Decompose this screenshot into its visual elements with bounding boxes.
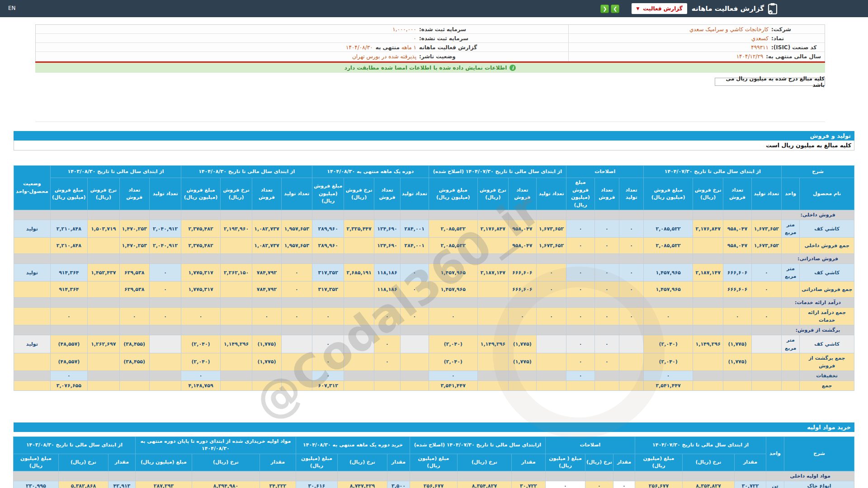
header-sub: مبلغ فروش (میلیون ریال) bbox=[429, 178, 478, 210]
value-cell: ۰ bbox=[401, 282, 429, 298]
next-report-button[interactable]: ❯ bbox=[611, 5, 619, 13]
value-cell: ۱,۱۴۹,۲۹۶ bbox=[220, 335, 252, 353]
value-cell bbox=[220, 282, 252, 298]
value-cell bbox=[693, 371, 723, 380]
cell bbox=[478, 298, 508, 308]
value-cell: ۰ bbox=[594, 335, 619, 353]
company-info-table: شرکت:کارخانجات کاشي و سرامیک سعديسرمایه … bbox=[35, 24, 825, 61]
value-cell: (۲,۰۴۰) bbox=[181, 335, 221, 353]
report-type-dropdown[interactable]: گزارش فعالیت ▼ bbox=[632, 3, 687, 14]
value-cell: ۶۶۶,۶۰۶ bbox=[723, 282, 751, 298]
value-cell: ۱,۱۴۹,۲۹۶ bbox=[693, 335, 723, 353]
header-status: وضعیت محصول-واحد bbox=[14, 166, 51, 210]
value-cell: ۲۸۹,۹۶۰ bbox=[312, 220, 344, 238]
header-sub: نرخ (ریال) bbox=[585, 454, 613, 471]
header-group: خرید دوره یک ماهه منتهی به ۱۴۰۴/۰۸/۳۰ bbox=[296, 436, 410, 454]
value-cell bbox=[478, 380, 508, 390]
header-sub: تعداد فروش bbox=[508, 178, 536, 210]
value-cell: ۰ bbox=[312, 371, 344, 380]
value-cell: ۴,۱۴۸,۷۵۹ bbox=[181, 380, 221, 390]
value-cell: ۱,۶۷۳,۶۵۲ bbox=[751, 220, 781, 238]
value-cell: ۰ bbox=[429, 308, 478, 325]
value-cell bbox=[594, 371, 619, 380]
cell bbox=[281, 210, 312, 220]
info-icon: i bbox=[509, 65, 516, 71]
value-cell: ۰ bbox=[374, 335, 400, 353]
header-sub: مبلغ (میلیون ریال) bbox=[296, 454, 337, 471]
row-label-cell: جمع فروش داخلی bbox=[800, 238, 854, 254]
value-cell bbox=[344, 282, 374, 298]
cell bbox=[344, 298, 374, 308]
info-label: سرمایه ثبت شده: bbox=[419, 26, 568, 33]
cell bbox=[723, 210, 751, 220]
value-cell: ۶۶۶,۶۰۶ bbox=[508, 264, 536, 282]
value-cell: ۰ bbox=[281, 264, 312, 282]
table-row: تخفیفات۰۰۰۰۰۰ bbox=[14, 371, 854, 380]
info-row: نماد:کسعديسرمایه ثبت نشده:۰ bbox=[36, 34, 825, 43]
value-cell: ۱,۴۵۷,۹۶۵ bbox=[429, 282, 478, 298]
info-value: ۴۹۹۳۱۱ bbox=[751, 44, 771, 51]
header-sub: مبلغ فروش (میلیون ریال) bbox=[644, 178, 693, 210]
info-value: ۰ bbox=[414, 35, 419, 42]
cell bbox=[119, 210, 149, 220]
prev-report-button[interactable]: ❮ bbox=[600, 5, 609, 13]
info-label: سال مالی منتهی به: bbox=[766, 53, 825, 60]
cell bbox=[613, 471, 635, 481]
value-cell bbox=[220, 380, 252, 390]
cell bbox=[312, 325, 344, 335]
header-sub: نرخ فروش (ریال) bbox=[88, 178, 119, 210]
row-label-cell: کاشي کف bbox=[800, 264, 854, 282]
header-sub: مقدار bbox=[387, 454, 410, 471]
value-cell: (۲,۰۴۰) bbox=[644, 353, 693, 371]
cell bbox=[693, 254, 723, 264]
cell bbox=[181, 210, 221, 220]
table-row: جمع فروش داخلی۱,۶۷۳,۶۵۲۹۵۸,۰۴۷۲,۰۸۵,۵۲۲۰… bbox=[14, 238, 854, 254]
value-cell: ۱,۶۷۳,۶۵۲ bbox=[536, 238, 566, 254]
section-label: درآمد ارائه خدمات: bbox=[782, 298, 854, 308]
top-bar: EN گزارش فعالیت ماهانه گزارش فعالیت ▼ ❯ … bbox=[0, 0, 868, 17]
value-cell: ۶۲۹,۵۳۸ bbox=[119, 282, 149, 298]
value-cell: ۱,۴۵۲,۴۳۷ bbox=[88, 264, 119, 282]
value-cell: تولید bbox=[14, 335, 51, 353]
info-value: ۱۴۰۴/۰۸/۳۰ bbox=[346, 44, 376, 51]
cell bbox=[536, 254, 566, 264]
cell bbox=[566, 210, 594, 220]
info-label: وضعیت ناشر: bbox=[419, 53, 568, 60]
header-sub: تعداد تولید bbox=[401, 178, 429, 210]
cell bbox=[192, 471, 259, 481]
value-cell: ۳۱۷,۳۵۲ bbox=[312, 264, 344, 282]
row-label-cell: انواع خاک bbox=[784, 481, 854, 488]
cell bbox=[374, 325, 400, 335]
signature-match-banner: i اطلاعات نمایش داده شده با اطلاعات امضا… bbox=[35, 63, 825, 73]
value-cell bbox=[594, 380, 619, 390]
cell bbox=[511, 471, 545, 481]
value-cell: ۰ bbox=[401, 308, 429, 325]
info-label: گزارش فعالیت ماهانه bbox=[419, 44, 568, 51]
language-toggle-en[interactable]: EN bbox=[8, 5, 16, 11]
value-cell bbox=[281, 335, 312, 353]
value-cell: ۳,۵۴۱,۴۴۷ bbox=[429, 380, 478, 390]
value-cell: ۱۱۸,۱۸۶ bbox=[374, 264, 400, 282]
cell bbox=[545, 471, 585, 481]
value-cell: ۱,۶۷۳,۶۵۲ bbox=[751, 238, 781, 254]
value-cell: ۱۲۴,۶۹۰ bbox=[374, 238, 400, 254]
value-cell bbox=[401, 353, 429, 371]
header-sub: نرخ (ریال) bbox=[192, 454, 259, 471]
cell bbox=[619, 325, 643, 335]
value-cell: ۲,۳۷۵,۴۸۲ bbox=[181, 238, 221, 254]
value-cell bbox=[119, 380, 149, 390]
value-cell bbox=[536, 371, 566, 380]
value-cell: ۰ bbox=[594, 282, 619, 298]
cell bbox=[594, 254, 619, 264]
value-cell: ۲,۱۹۳,۹۶۰ bbox=[220, 220, 252, 238]
info-value: ۱,۰۰۰,۰۰۰ bbox=[392, 26, 419, 33]
value-cell: ۰ bbox=[566, 371, 594, 380]
amounts-unit-note: کلیه مبالغ درج شده به میلیون ریال می باش… bbox=[715, 78, 825, 86]
info-value: پذیرفته شده در بورس تهران bbox=[352, 53, 419, 60]
value-cell: متر مربع bbox=[782, 335, 800, 353]
cell bbox=[14, 298, 51, 308]
value-cell: ۰ bbox=[374, 308, 400, 325]
section-row: درآمد ارائه خدمات: bbox=[14, 298, 854, 308]
cell bbox=[149, 298, 181, 308]
value-cell bbox=[220, 371, 252, 380]
